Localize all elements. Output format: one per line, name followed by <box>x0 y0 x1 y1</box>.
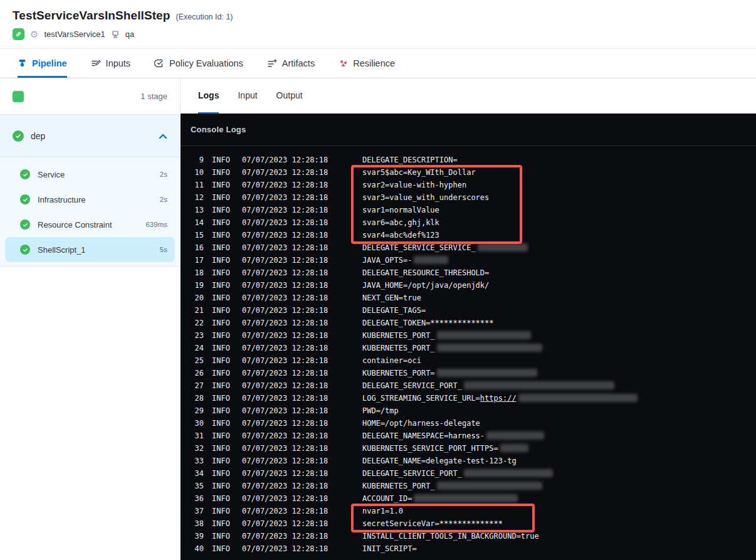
log-line: 34INFO07/07/2023 12:28:18DELEGATE_SERVIC… <box>188 467 756 480</box>
log-timestamp: 07/07/2023 12:28:18 <box>242 191 330 204</box>
tab-label: Policy Evaluations <box>169 58 243 68</box>
log-level: INFO <box>212 179 234 191</box>
tab-label: Artifacts <box>282 58 315 68</box>
stage-status-square <box>13 91 24 102</box>
log-timestamp: 07/07/2023 12:28:18 <box>242 254 330 267</box>
log-line-number: 37 <box>188 505 204 517</box>
log-message: container=oci <box>362 354 421 367</box>
log-line: 33INFO07/07/2023 12:28:18DELEGATE_NAME=d… <box>188 455 756 467</box>
step-item-shellscript_1[interactable]: ShellScript_15s <box>5 237 175 262</box>
shield-check-icon <box>154 58 164 68</box>
log-message: ACCOUNT_ID= <box>362 492 518 505</box>
service-name: testVarsService1 <box>44 29 105 39</box>
log-message: svar2=value-with-hyphen <box>362 179 466 191</box>
log-level: INFO <box>212 204 234 216</box>
log-message: DELEGATE_NAMESPACE=harness- <box>362 430 544 442</box>
step-item-service[interactable]: Service2s <box>5 162 175 187</box>
log-line: 38INFO07/07/2023 12:28:18secretServiceVa… <box>188 517 756 530</box>
log-level: INFO <box>212 392 234 404</box>
resilience-chaos-icon <box>339 58 348 68</box>
log-level: INFO <box>212 404 234 417</box>
app-window: TestServiceVarsInShellStep (Execution Id… <box>0 0 756 560</box>
log-line-number: 10 <box>188 166 204 179</box>
tab-artifacts[interactable]: Artifacts <box>267 49 315 78</box>
log-line: 19INFO07/07/2023 12:28:18JAVA_HOME=/opt/… <box>188 279 756 292</box>
redacted-value <box>486 431 544 440</box>
log-line-number: 32 <box>188 442 204 455</box>
service-link-icon <box>13 28 24 40</box>
step-duration: 2s <box>160 196 167 203</box>
log-message: JAVA_OPTS=- <box>362 254 448 267</box>
log-message: secretServiceVar=************** <box>362 517 503 530</box>
log-line-number: 27 <box>188 379 204 392</box>
log-level: INFO <box>212 241 234 254</box>
chevron-up-icon[interactable] <box>159 130 167 142</box>
gear-icon: ⚙ <box>30 29 38 39</box>
log-tab-bar: Logs Input Output <box>181 78 756 114</box>
log-line-number: 33 <box>188 455 204 467</box>
redacted-value <box>464 469 553 477</box>
environment-icon <box>111 30 120 39</box>
log-timestamp: 07/07/2023 12:28:18 <box>242 354 330 367</box>
log-level: INFO <box>212 229 234 241</box>
log-line: 9INFO07/07/2023 12:28:18DELEGATE_DESCRIP… <box>188 154 756 166</box>
console-log-scroll-area[interactable]: 9INFO07/07/2023 12:28:18DELEGATE_DESCRIP… <box>181 146 756 555</box>
log-line: 12INFO07/07/2023 12:28:18svar3=value_wit… <box>188 191 756 204</box>
tab-pipeline[interactable]: Pipeline <box>18 49 67 78</box>
log-timestamp: 07/07/2023 12:28:18 <box>242 179 330 191</box>
step-label: Service <box>38 170 160 179</box>
log-level: INFO <box>212 542 234 555</box>
log-timestamp: 07/07/2023 12:28:18 <box>242 216 330 229</box>
log-line-number: 40 <box>188 542 204 555</box>
log-line: 10INFO07/07/2023 12:28:18svar5$abc=Key_W… <box>188 166 756 179</box>
log-line: 37INFO07/07/2023 12:28:18nvar1=1.0 <box>188 505 756 517</box>
log-line-number: 15 <box>188 229 204 241</box>
log-timestamp: 07/07/2023 12:28:18 <box>242 267 330 279</box>
log-line: 27INFO07/07/2023 12:28:18DELEGATE_SERVIC… <box>188 379 756 392</box>
redacted-value <box>437 331 531 339</box>
log-message: DELEGATE_SERVICE_PORT_ <box>362 467 553 480</box>
tab-inputs[interactable]: Inputs <box>91 49 131 78</box>
log-message: DELEGATE_DESCRIPTION= <box>362 154 458 166</box>
tab-policy-evaluations[interactable]: Policy Evaluations <box>154 49 243 78</box>
step-label: Resource Constraint <box>38 220 145 230</box>
sidebar-empty-area <box>0 267 180 560</box>
log-level: INFO <box>212 417 234 430</box>
tab-logs[interactable]: Logs <box>198 78 219 114</box>
log-line-number: 30 <box>188 417 204 430</box>
log-line-number: 13 <box>188 204 204 216</box>
log-message: KUBERNETES_PORT_ <box>362 329 531 342</box>
tab-label: Inputs <box>106 58 131 68</box>
log-level: INFO <box>212 317 234 329</box>
log-link[interactable]: https:// <box>480 394 517 403</box>
log-level: INFO <box>212 430 234 442</box>
tab-input[interactable]: Input <box>238 78 257 114</box>
list-plus-icon <box>267 58 277 68</box>
tab-resilience[interactable]: Resilience <box>339 49 395 78</box>
step-item-infrastructure[interactable]: Infrastructure2s <box>5 187 175 212</box>
stage-group-label: dep <box>31 131 159 141</box>
log-timestamp: 07/07/2023 12:28:18 <box>242 417 330 430</box>
redacted-value <box>500 444 528 452</box>
log-line: 11INFO07/07/2023 12:28:18svar2=value-wit… <box>188 179 756 191</box>
log-message: svar4=abc%def%123 <box>362 229 439 241</box>
log-message: NEXT_GEN=true <box>362 292 421 304</box>
tab-output[interactable]: Output <box>276 78 303 114</box>
log-level: INFO <box>212 279 234 292</box>
step-item-resource constraint[interactable]: Resource Constraint639ms <box>5 212 175 237</box>
log-message: KUBERNETES_PORT_ <box>362 480 542 492</box>
log-level: INFO <box>212 455 234 467</box>
success-check-icon <box>20 194 30 204</box>
stage-group-dep[interactable]: dep <box>0 115 180 157</box>
tab-label: Resilience <box>353 58 395 68</box>
log-line: 36INFO07/07/2023 12:28:18ACCOUNT_ID= <box>188 492 756 505</box>
log-level: INFO <box>212 267 234 279</box>
console-title: Console Logs <box>191 125 246 134</box>
log-timestamp: 07/07/2023 12:28:18 <box>242 455 330 467</box>
log-timestamp: 07/07/2023 12:28:18 <box>242 530 330 542</box>
log-level: INFO <box>212 191 234 204</box>
log-level: INFO <box>212 354 234 367</box>
log-message: DELEGATE_SERVICE_PORT_ <box>362 379 614 392</box>
log-timestamp: 07/07/2023 12:28:18 <box>242 241 330 254</box>
log-line: 28INFO07/07/2023 12:28:18LOG_STREAMING_S… <box>188 392 756 404</box>
